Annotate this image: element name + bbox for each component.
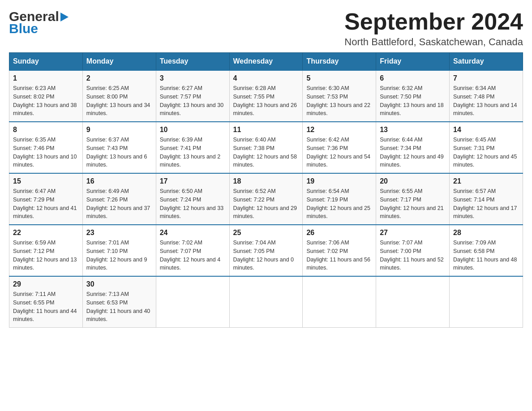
day-number: 15 bbox=[13, 177, 79, 185]
calendar-week-row: 15 Sunrise: 6:47 AM Sunset: 7:29 PM Dayl… bbox=[9, 173, 523, 225]
calendar-week-row: 22 Sunrise: 6:59 AM Sunset: 7:12 PM Dayl… bbox=[9, 225, 523, 276]
header: General Blue September 2024 North Battle… bbox=[9, 9, 523, 48]
calendar-cell bbox=[303, 276, 376, 328]
day-info: Sunrise: 6:54 AM Sunset: 7:19 PM Dayligh… bbox=[306, 187, 372, 221]
day-number: 2 bbox=[86, 74, 152, 82]
day-number: 16 bbox=[86, 177, 152, 185]
calendar-cell: 27 Sunrise: 7:07 AM Sunset: 7:00 PM Dayl… bbox=[376, 225, 450, 276]
day-number: 14 bbox=[453, 126, 519, 134]
day-info: Sunrise: 6:39 AM Sunset: 7:41 PM Dayligh… bbox=[160, 136, 226, 169]
calendar-cell: 11 Sunrise: 6:40 AM Sunset: 7:38 PM Dayl… bbox=[229, 122, 303, 173]
calendar-cell: 30 Sunrise: 7:13 AM Sunset: 6:53 PM Dayl… bbox=[82, 276, 156, 328]
day-info: Sunrise: 6:28 AM Sunset: 7:55 PM Dayligh… bbox=[233, 84, 299, 118]
day-info: Sunrise: 6:40 AM Sunset: 7:38 PM Dayligh… bbox=[233, 136, 299, 169]
page-container: General Blue September 2024 North Battle… bbox=[9, 9, 523, 328]
calendar-cell bbox=[156, 276, 229, 328]
day-info: Sunrise: 7:02 AM Sunset: 7:07 PM Dayligh… bbox=[160, 239, 226, 272]
day-info: Sunrise: 7:04 AM Sunset: 7:05 PM Dayligh… bbox=[233, 239, 299, 272]
calendar-cell: 25 Sunrise: 7:04 AM Sunset: 7:05 PM Dayl… bbox=[229, 225, 303, 276]
day-info: Sunrise: 6:35 AM Sunset: 7:46 PM Dayligh… bbox=[13, 136, 79, 169]
day-info: Sunrise: 7:06 AM Sunset: 7:02 PM Dayligh… bbox=[306, 239, 372, 272]
day-number: 22 bbox=[13, 229, 79, 237]
calendar-week-row: 29 Sunrise: 7:11 AM Sunset: 6:55 PM Dayl… bbox=[9, 276, 523, 328]
calendar-header-row: Sunday Monday Tuesday Wednesday Thursday… bbox=[9, 53, 523, 71]
col-sunday: Sunday bbox=[9, 53, 83, 71]
day-info: Sunrise: 7:11 AM Sunset: 6:55 PM Dayligh… bbox=[13, 290, 79, 324]
day-info: Sunrise: 6:50 AM Sunset: 7:24 PM Dayligh… bbox=[160, 187, 226, 221]
day-number: 9 bbox=[86, 126, 152, 134]
calendar-cell: 28 Sunrise: 7:09 AM Sunset: 6:58 PM Dayl… bbox=[450, 225, 523, 276]
calendar-cell: 24 Sunrise: 7:02 AM Sunset: 7:07 PM Dayl… bbox=[156, 225, 229, 276]
day-number: 25 bbox=[233, 229, 299, 237]
calendar-cell: 19 Sunrise: 6:54 AM Sunset: 7:19 PM Dayl… bbox=[303, 173, 376, 225]
calendar-cell: 5 Sunrise: 6:30 AM Sunset: 7:53 PM Dayli… bbox=[303, 70, 376, 122]
title-area: September 2024 North Battleford, Saskatc… bbox=[344, 9, 523, 48]
calendar-cell: 17 Sunrise: 6:50 AM Sunset: 7:24 PM Dayl… bbox=[156, 173, 229, 225]
day-number: 1 bbox=[13, 74, 79, 82]
day-number: 23 bbox=[86, 229, 152, 237]
day-info: Sunrise: 6:34 AM Sunset: 7:48 PM Dayligh… bbox=[453, 84, 519, 118]
calendar-cell: 3 Sunrise: 6:27 AM Sunset: 7:57 PM Dayli… bbox=[156, 70, 229, 122]
day-number: 13 bbox=[380, 126, 446, 134]
col-friday: Friday bbox=[376, 53, 450, 71]
day-info: Sunrise: 6:44 AM Sunset: 7:34 PM Dayligh… bbox=[380, 136, 446, 169]
day-number: 3 bbox=[160, 74, 226, 82]
calendar-cell: 10 Sunrise: 6:39 AM Sunset: 7:41 PM Dayl… bbox=[156, 122, 229, 173]
calendar-cell: 22 Sunrise: 6:59 AM Sunset: 7:12 PM Dayl… bbox=[9, 225, 83, 276]
day-info: Sunrise: 6:42 AM Sunset: 7:36 PM Dayligh… bbox=[306, 136, 372, 169]
logo: General Blue bbox=[9, 9, 69, 36]
col-monday: Monday bbox=[82, 53, 156, 71]
day-number: 24 bbox=[160, 229, 226, 237]
day-number: 6 bbox=[380, 74, 446, 82]
calendar-cell: 1 Sunrise: 6:23 AM Sunset: 8:02 PM Dayli… bbox=[9, 70, 83, 122]
calendar-cell: 16 Sunrise: 6:49 AM Sunset: 7:26 PM Dayl… bbox=[82, 173, 156, 225]
calendar-cell: 9 Sunrise: 6:37 AM Sunset: 7:43 PM Dayli… bbox=[82, 122, 156, 173]
day-number: 19 bbox=[306, 177, 372, 185]
day-info: Sunrise: 6:57 AM Sunset: 7:14 PM Dayligh… bbox=[453, 187, 519, 221]
day-number: 7 bbox=[453, 74, 519, 82]
day-info: Sunrise: 7:13 AM Sunset: 6:53 PM Dayligh… bbox=[86, 290, 152, 324]
day-number: 12 bbox=[306, 126, 372, 134]
day-number: 27 bbox=[380, 229, 446, 237]
day-number: 10 bbox=[160, 126, 226, 134]
calendar-cell: 29 Sunrise: 7:11 AM Sunset: 6:55 PM Dayl… bbox=[9, 276, 83, 328]
logo-arrow-icon bbox=[60, 13, 69, 21]
calendar-cell: 6 Sunrise: 6:32 AM Sunset: 7:50 PM Dayli… bbox=[376, 70, 450, 122]
calendar-week-row: 1 Sunrise: 6:23 AM Sunset: 8:02 PM Dayli… bbox=[9, 70, 523, 122]
month-title: September 2024 bbox=[344, 9, 523, 34]
calendar-cell bbox=[229, 276, 303, 328]
day-info: Sunrise: 6:25 AM Sunset: 8:00 PM Dayligh… bbox=[86, 84, 152, 118]
day-info: Sunrise: 6:32 AM Sunset: 7:50 PM Dayligh… bbox=[380, 84, 446, 118]
calendar-cell: 2 Sunrise: 6:25 AM Sunset: 8:00 PM Dayli… bbox=[82, 70, 156, 122]
calendar-cell: 20 Sunrise: 6:55 AM Sunset: 7:17 PM Dayl… bbox=[376, 173, 450, 225]
day-info: Sunrise: 7:01 AM Sunset: 7:10 PM Dayligh… bbox=[86, 239, 152, 272]
calendar-cell bbox=[376, 276, 450, 328]
svg-marker-0 bbox=[60, 13, 69, 21]
day-number: 20 bbox=[380, 177, 446, 185]
day-number: 26 bbox=[306, 229, 372, 237]
calendar-cell: 23 Sunrise: 7:01 AM Sunset: 7:10 PM Dayl… bbox=[82, 225, 156, 276]
calendar-cell: 12 Sunrise: 6:42 AM Sunset: 7:36 PM Dayl… bbox=[303, 122, 376, 173]
calendar-cell: 14 Sunrise: 6:45 AM Sunset: 7:31 PM Dayl… bbox=[450, 122, 523, 173]
day-number: 4 bbox=[233, 74, 299, 82]
calendar-week-row: 8 Sunrise: 6:35 AM Sunset: 7:46 PM Dayli… bbox=[9, 122, 523, 173]
calendar-cell: 26 Sunrise: 7:06 AM Sunset: 7:02 PM Dayl… bbox=[303, 225, 376, 276]
day-number: 29 bbox=[13, 280, 79, 288]
day-number: 17 bbox=[160, 177, 226, 185]
day-info: Sunrise: 6:23 AM Sunset: 8:02 PM Dayligh… bbox=[13, 84, 79, 118]
day-number: 28 bbox=[453, 229, 519, 237]
col-thursday: Thursday bbox=[303, 53, 376, 71]
day-number: 11 bbox=[233, 126, 299, 134]
calendar-cell: 15 Sunrise: 6:47 AM Sunset: 7:29 PM Dayl… bbox=[9, 173, 83, 225]
location-title: North Battleford, Saskatchewan, Canada bbox=[344, 36, 523, 48]
calendar-cell: 21 Sunrise: 6:57 AM Sunset: 7:14 PM Dayl… bbox=[450, 173, 523, 225]
calendar-cell: 4 Sunrise: 6:28 AM Sunset: 7:55 PM Dayli… bbox=[229, 70, 303, 122]
calendar-cell: 13 Sunrise: 6:44 AM Sunset: 7:34 PM Dayl… bbox=[376, 122, 450, 173]
day-info: Sunrise: 6:55 AM Sunset: 7:17 PM Dayligh… bbox=[380, 187, 446, 221]
day-info: Sunrise: 6:30 AM Sunset: 7:53 PM Dayligh… bbox=[306, 84, 372, 118]
col-wednesday: Wednesday bbox=[229, 53, 303, 71]
day-number: 30 bbox=[86, 280, 152, 288]
day-info: Sunrise: 6:49 AM Sunset: 7:26 PM Dayligh… bbox=[86, 187, 152, 221]
day-number: 21 bbox=[453, 177, 519, 185]
col-saturday: Saturday bbox=[450, 53, 523, 71]
